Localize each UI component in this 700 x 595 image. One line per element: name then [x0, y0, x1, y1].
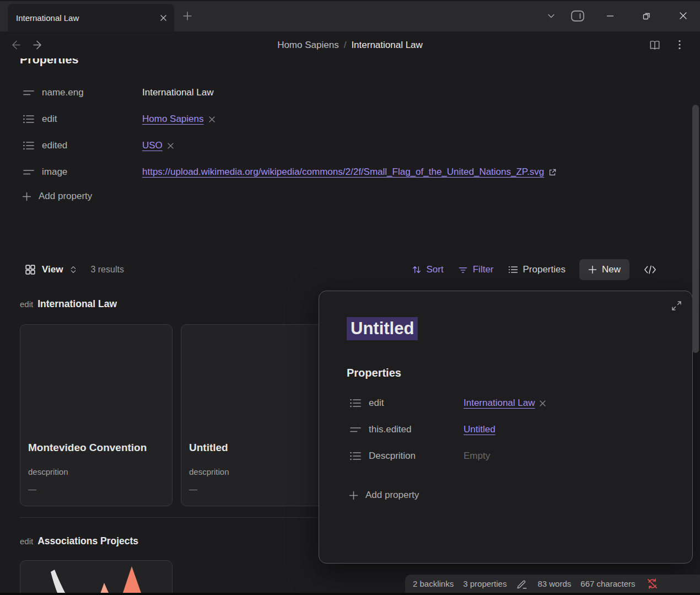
remove-icon[interactable]	[167, 142, 174, 149]
card-description: descprition	[189, 467, 325, 476]
card-with-logo[interactable]	[20, 560, 173, 595]
empty-value[interactable]: Empty	[464, 451, 490, 462]
card-description: descprition	[28, 467, 164, 476]
card-title: Untitled	[189, 442, 325, 454]
window-bottom-edge	[0, 593, 700, 595]
modal-properties-heading: Properties	[347, 367, 401, 379]
property-label[interactable]: edited	[42, 140, 142, 151]
modal-properties: edit International Law this.edited Untit…	[347, 390, 677, 469]
breadcrumb-parent[interactable]: Homo Sapiens	[277, 40, 339, 51]
new-button[interactable]: New	[579, 259, 629, 280]
property-value[interactable]: International Law	[142, 87, 213, 98]
titlebar: International Law	[0, 0, 700, 31]
modal-title[interactable]: Untitled	[347, 317, 418, 340]
close-window-button[interactable]	[674, 0, 692, 31]
navbar: Homo Sapiens / International Law	[0, 31, 700, 58]
logo-image	[20, 561, 173, 595]
properties-button[interactable]: Properties	[508, 264, 566, 275]
grid-view-icon[interactable]	[24, 264, 36, 276]
section-header: edit International Law	[20, 298, 117, 310]
record-modal: Untitled Properties edit International L…	[319, 291, 693, 564]
section-prefix: edit	[20, 537, 33, 546]
section-title: International Law	[37, 298, 117, 310]
tab-international-law[interactable]: International Law	[8, 4, 174, 31]
results-count: 3 results	[90, 265, 123, 275]
relation-link[interactable]: Untitled	[464, 424, 496, 435]
view-controls: View 3 results	[24, 259, 124, 280]
pen-icon	[516, 578, 528, 590]
new-label: New	[602, 264, 621, 275]
add-property-button[interactable]: Add property	[22, 191, 92, 202]
restore-button[interactable]	[637, 0, 656, 31]
backlinks-count[interactable]: 2 backlinks	[413, 579, 454, 588]
add-property-label: Add property	[365, 490, 419, 501]
list-icon	[349, 396, 362, 410]
new-tab-button[interactable]	[182, 11, 192, 21]
expand-icon[interactable]	[671, 300, 682, 312]
properties-panel: name.eng International Law edit Homo Sap…	[20, 79, 676, 185]
property-label[interactable]: this.edited	[369, 424, 464, 435]
filter-label: Filter	[473, 264, 494, 275]
section-title: Associations Projects	[37, 535, 138, 547]
remove-icon[interactable]	[208, 116, 216, 123]
vertical-scrollbar[interactable]	[692, 105, 699, 353]
property-label[interactable]: edit	[369, 398, 464, 409]
properties-count[interactable]: 3 properties	[463, 579, 507, 588]
sidebar-toggle-icon[interactable]	[567, 0, 589, 31]
property-row: name.eng International Law	[20, 79, 676, 106]
sync-off-icon[interactable]	[646, 577, 659, 590]
sort-button[interactable]: Sort	[411, 264, 444, 275]
list-icon	[508, 264, 519, 275]
tab-title: International Law	[16, 13, 159, 23]
book-icon[interactable]	[648, 39, 661, 52]
view-button[interactable]: View	[42, 264, 63, 275]
filter-button[interactable]: Filter	[457, 264, 494, 275]
plus-icon	[588, 265, 597, 274]
text-icon	[22, 86, 35, 99]
external-link-icon[interactable]	[548, 168, 557, 176]
relation-link[interactable]: Homo Sapiens	[142, 114, 204, 125]
property-row: Descprition Empty	[347, 443, 677, 469]
add-property-label: Add property	[39, 191, 92, 202]
property-label[interactable]: image	[42, 167, 142, 178]
add-property-button[interactable]: Add property	[349, 490, 419, 501]
section-header: edit Associations Projects	[20, 535, 138, 547]
tab-close-icon[interactable]	[159, 14, 168, 22]
sort-icon	[411, 264, 422, 275]
status-bar: 2 backlinks 3 properties 83 words 667 ch…	[405, 575, 700, 593]
remove-icon[interactable]	[539, 400, 546, 407]
list-icon	[22, 139, 35, 152]
card-empty-value: —	[189, 484, 325, 494]
relation-link[interactable]: International Law	[464, 398, 535, 409]
breadcrumb: Homo Sapiens / International Law	[0, 31, 700, 58]
sort-label: Sort	[427, 264, 444, 275]
card-montevideo-convention[interactable]: Montevideo Convention descprition —	[20, 324, 173, 506]
list-icon	[22, 112, 35, 126]
code-icon[interactable]	[643, 264, 657, 276]
app-window: International Law	[0, 0, 700, 595]
text-icon	[22, 165, 35, 179]
breadcrumb-current: International Law	[351, 40, 422, 51]
relation-link[interactable]: USO	[142, 140, 163, 151]
card-grid: Montevideo Convention descprition — Unti…	[20, 324, 333, 506]
property-label[interactable]: name.eng	[42, 87, 142, 98]
kebab-menu-icon[interactable]	[674, 39, 686, 51]
property-row: edit International Law	[347, 390, 677, 416]
card-untitled[interactable]: Untitled descprition —	[181, 324, 333, 506]
property-label[interactable]: edit	[42, 114, 142, 125]
text-icon	[349, 423, 362, 436]
url-link[interactable]: https://upload.wikimedia.org/wikipedia/c…	[142, 167, 544, 178]
list-icon	[349, 449, 362, 463]
card-empty-value: —	[28, 484, 164, 494]
character-count: 667 characters	[580, 579, 635, 588]
properties-label: Properties	[523, 264, 566, 275]
chevron-down-icon[interactable]	[542, 0, 560, 31]
section-prefix: edit	[20, 299, 33, 309]
minimize-button[interactable]	[601, 0, 620, 31]
property-label[interactable]: Descprition	[369, 451, 464, 462]
view-toolbar: Sort Filter Properties New	[411, 259, 657, 280]
card-title: Montevideo Convention	[28, 442, 164, 454]
property-row: edit Homo Sapiens	[20, 106, 676, 132]
filter-icon	[457, 264, 469, 275]
updown-chevron-icon[interactable]	[68, 265, 78, 275]
